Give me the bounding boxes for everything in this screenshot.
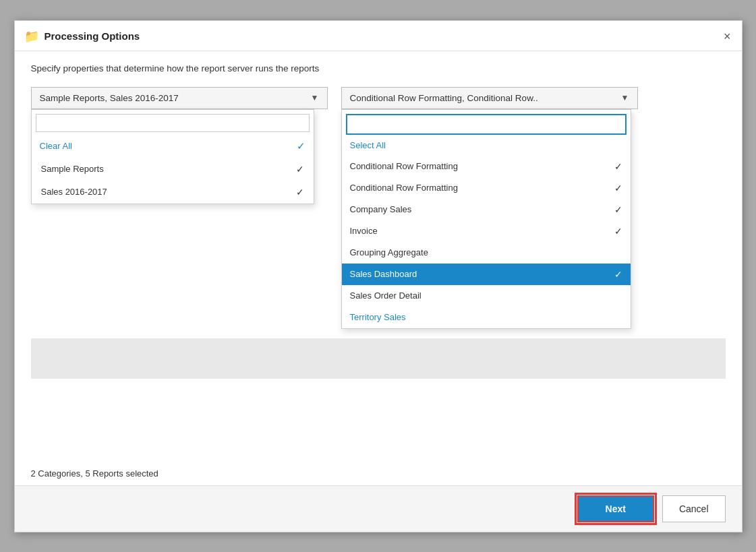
left-dropdown-label: Sample Reports, Sales 2016-2017 (40, 93, 179, 103)
close-button[interactable]: × (724, 30, 731, 42)
select-all-button[interactable]: Select All (342, 135, 631, 156)
dialog-footer: Next Cancel (15, 485, 742, 532)
dialog-title-area: 📁 Processing Options (24, 29, 140, 44)
status-label: 2 Categories, 5 Reports selected (31, 468, 158, 479)
next-button[interactable]: Next (577, 495, 654, 522)
right-dropdown-panel: Select All Conditional Row Formatting ✓ … (341, 109, 631, 329)
right-item-sales-dashboard[interactable]: Sales Dashboard ✓ (342, 264, 631, 285)
checkmark-conditional-2: ✓ (614, 183, 622, 193)
checkmark-sales-dashboard: ✓ (614, 269, 622, 280)
content-area (31, 338, 726, 379)
left-dropdown-arrow: ▼ (311, 93, 319, 102)
right-dropdown-wrapper: Conditional Row Formatting, Conditional … (341, 87, 638, 109)
right-item-conditional-1[interactable]: Conditional Row Formatting ✓ (342, 156, 631, 177)
left-item-sales-2016-2017[interactable]: Sales 2016-2017 ✓ (32, 181, 314, 204)
right-dropdown-label: Conditional Row Formatting, Conditional … (350, 93, 538, 103)
status-bar: 2 Categories, 5 Reports selected (15, 458, 742, 485)
clear-all-checkmark: ✓ (297, 140, 306, 152)
right-item-company-sales[interactable]: Company Sales ✓ (342, 199, 631, 220)
left-dropdown-wrapper: Sample Reports, Sales 2016-2017 ▼ Clear … (31, 87, 328, 109)
cancel-button[interactable]: Cancel (662, 495, 726, 522)
folder-icon: 📁 (24, 29, 39, 44)
right-item-territory-sales[interactable]: Territory Sales ✓ (342, 307, 631, 328)
right-dropdown-trigger[interactable]: Conditional Row Formatting, Conditional … (341, 87, 638, 109)
checkmark-conditional-1: ✓ (614, 161, 622, 172)
checkmark-sales-2016-2017: ✓ (296, 187, 304, 197)
checkmark-sample-reports: ✓ (296, 164, 304, 175)
right-item-invoice[interactable]: Invoice ✓ (342, 220, 631, 242)
right-dropdown-arrow: ▼ (621, 93, 629, 102)
dialog-subtitle: Specify properties that determine how th… (31, 63, 726, 73)
left-item-sample-reports[interactable]: Sample Reports ✓ (32, 158, 314, 181)
left-search-input[interactable] (36, 114, 310, 132)
checkmark-invoice: ✓ (614, 226, 622, 237)
dialog-title: Processing Options (45, 30, 140, 42)
right-item-conditional-2[interactable]: Conditional Row Formatting ✓ (342, 177, 631, 199)
right-item-grouping-aggregate[interactable]: Grouping Aggregate ✓ (342, 242, 631, 264)
left-dropdown-trigger[interactable]: Sample Reports, Sales 2016-2017 ▼ (31, 87, 328, 109)
dropdowns-row: Sample Reports, Sales 2016-2017 ▼ Clear … (31, 87, 726, 109)
right-item-sales-order-detail[interactable]: Sales Order Detail ✓ (342, 285, 631, 307)
clear-all-button[interactable]: Clear All ✓ (32, 135, 314, 158)
checkmark-company-sales: ✓ (614, 204, 622, 215)
processing-options-dialog: 📁 Processing Options × Specify propertie… (14, 20, 743, 532)
left-dropdown-panel: Clear All ✓ Sample Reports ✓ Sales 2016-… (31, 109, 314, 204)
right-search-input[interactable] (346, 114, 627, 135)
dialog-body: Specify properties that determine how th… (15, 51, 742, 458)
dialog-titlebar: 📁 Processing Options × (15, 21, 742, 51)
